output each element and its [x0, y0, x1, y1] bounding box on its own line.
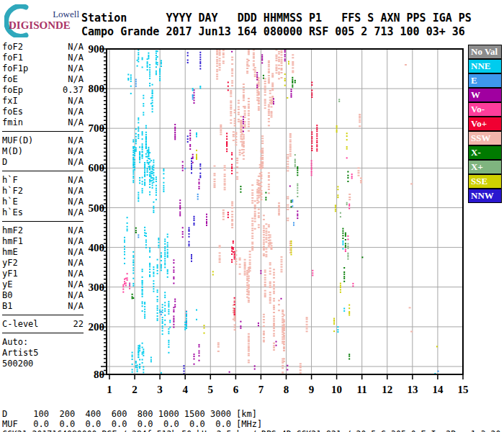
- param-row: foEN/A: [2, 74, 84, 85]
- param-row: yF1N/A: [2, 269, 84, 279]
- param-value: N/A: [68, 197, 84, 207]
- param-label: B1: [2, 301, 12, 312]
- digisonde-ionogram-window: 1234567891011121314159008007006005004003…: [0, 0, 504, 432]
- param-label: h`F: [2, 175, 18, 186]
- param-label: MUF(D): [2, 135, 33, 146]
- param-value: N/A: [68, 74, 84, 85]
- param-label: foEp: [2, 85, 23, 96]
- svg-text:11: 11: [357, 384, 367, 395]
- svg-text:13: 13: [407, 384, 418, 395]
- param-label: M(D): [2, 146, 23, 157]
- param-value: N/A: [68, 96, 84, 107]
- param-value: N/A: [68, 135, 84, 146]
- svg-text:80: 80: [94, 369, 104, 380]
- param-separator: [2, 333, 84, 333]
- legend-item-x-: X+: [468, 160, 502, 174]
- param-label: foEs: [2, 107, 23, 117]
- svg-text:8: 8: [284, 384, 289, 395]
- logo-lowell-text: Lowell: [53, 9, 79, 19]
- legend-item-no-val: No Val: [468, 45, 502, 59]
- param-row: M(D)N/A: [2, 146, 84, 157]
- svg-text:9: 9: [309, 384, 315, 395]
- svg-text:900: 900: [89, 43, 105, 55]
- param-label: yF2: [2, 258, 18, 269]
- param-row: hmF1N/A: [2, 236, 84, 247]
- legend-item-e: E: [468, 73, 502, 88]
- param-label: hmE: [2, 247, 18, 258]
- param-value: N/A: [68, 107, 84, 117]
- param-value: N/A: [68, 157, 84, 168]
- param-label: h`Es: [2, 207, 23, 218]
- legend-item-w: W: [468, 88, 502, 102]
- svg-text:5: 5: [208, 384, 214, 395]
- param-label: yE: [2, 279, 12, 290]
- svg-text:400: 400: [89, 242, 105, 253]
- param-separator: [2, 171, 84, 171]
- legend-item-sse: SSE: [468, 174, 502, 189]
- param-value: N/A: [68, 236, 84, 247]
- svg-text:14: 14: [432, 384, 444, 395]
- muf-values-row: MUF 0.0 0.0 0.0 0.0 0.0 0.0 0.0 0.0 [MHz…: [2, 419, 262, 429]
- header-field-values: Campo Grande 2017 Jun13 164 080000 RSF 0…: [81, 25, 465, 39]
- svg-text:6: 6: [233, 384, 239, 395]
- svg-text:15: 15: [458, 384, 469, 395]
- param-row: hmF2N/A: [2, 225, 84, 236]
- svg-text:200: 200: [89, 321, 105, 333]
- param-row: h`EsN/A: [2, 207, 84, 218]
- param-row: h`EN/A: [2, 197, 84, 207]
- param-value: N/A: [68, 186, 84, 197]
- legend-item-nne: NNE: [468, 59, 502, 73]
- param-label: D: [2, 157, 7, 168]
- param-row: foEp0.37: [2, 85, 84, 96]
- param-value: N/A: [68, 53, 84, 63]
- legend-item-nnw: NNW: [468, 189, 502, 203]
- svg-text:2: 2: [132, 384, 138, 395]
- param-separator: [2, 221, 84, 222]
- svg-text:800: 800: [89, 83, 105, 94]
- param-row: foF1pN/A: [2, 63, 84, 74]
- svg-text:3: 3: [157, 384, 163, 395]
- param-value: 0.37: [63, 85, 84, 96]
- param-row: C-level22: [2, 319, 84, 330]
- param-label: fmin: [2, 117, 23, 128]
- param-row: h`FN/A: [2, 175, 84, 186]
- param-value: N/A: [68, 207, 84, 218]
- header-field-names: Station YYYY DAY DDD HHMMSS P1 FFS S AXN…: [81, 12, 472, 25]
- param-row: foF1N/A: [2, 53, 84, 63]
- file-info-footer: CGK21_2017164080000.RSF / 284fx512h 50 k…: [2, 430, 500, 432]
- d-distance-row: D 100 200 400 600 800 1000 1500 3000 [km…: [2, 409, 257, 419]
- param-row: hmEN/A: [2, 247, 84, 258]
- param-value: N/A: [68, 175, 84, 186]
- param-value: N/A: [68, 279, 84, 290]
- param-row: foF2N/A: [2, 42, 84, 53]
- param-value: N/A: [68, 301, 84, 312]
- param-row: yF2N/A: [2, 258, 84, 269]
- param-value: N/A: [68, 117, 84, 128]
- svg-text:7: 7: [258, 384, 264, 395]
- param-separator: [2, 315, 84, 315]
- param-row: B1N/A: [2, 301, 84, 312]
- param-value: N/A: [68, 225, 84, 236]
- param-value: N/A: [68, 269, 84, 279]
- param-value: 22: [73, 319, 84, 330]
- svg-text:700: 700: [89, 122, 105, 134]
- param-value: N/A: [68, 63, 84, 74]
- legend-item-ssw: SSW: [468, 131, 502, 145]
- param-row: fxIN/A: [2, 96, 84, 107]
- param-row: B0N/A: [2, 290, 84, 301]
- param-row: DN/A: [2, 157, 84, 168]
- lowell-digisonde-logo: Lowell DIGISONDE: [4, 4, 82, 37]
- param-value: N/A: [68, 290, 84, 301]
- param-label: foF1p: [2, 63, 28, 74]
- param-label: foE: [2, 74, 18, 85]
- svg-text:300: 300: [89, 282, 105, 293]
- autoscale-info-line: 500200: [2, 359, 84, 369]
- svg-text:500: 500: [89, 202, 105, 214]
- param-label: B0: [2, 290, 12, 301]
- svg-text:1: 1: [107, 384, 112, 395]
- svg-text:12: 12: [382, 384, 392, 395]
- param-label: yF1: [2, 269, 18, 279]
- autoscale-info-line: Artist5: [2, 348, 84, 359]
- param-value: N/A: [68, 146, 84, 157]
- param-row: fminN/A: [2, 117, 84, 128]
